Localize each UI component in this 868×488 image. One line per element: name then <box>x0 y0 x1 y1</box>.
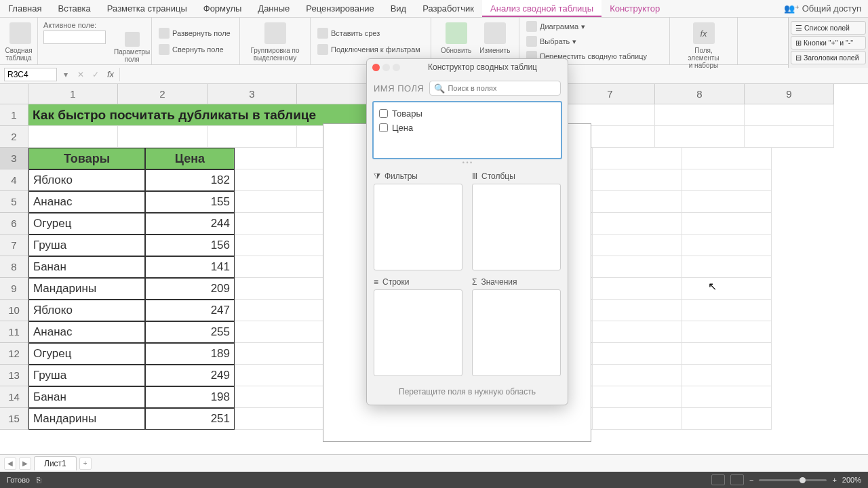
row-header[interactable]: 3 <box>0 148 28 169</box>
cell[interactable] <box>593 169 682 191</box>
cell[interactable] <box>593 300 682 321</box>
cell[interactable] <box>235 408 324 430</box>
cell[interactable] <box>235 321 324 343</box>
cell[interactable]: Банан <box>28 386 145 408</box>
cell[interactable]: 209 <box>145 278 235 300</box>
cell[interactable]: 198 <box>145 386 235 408</box>
view-normal[interactable] <box>711 474 725 485</box>
cell[interactable]: Груша <box>28 235 145 256</box>
col-header[interactable]: 3 <box>208 84 297 104</box>
cell[interactable] <box>235 213 324 235</box>
cell[interactable] <box>235 365 324 386</box>
row-header[interactable]: 1 <box>0 104 28 126</box>
tab-data[interactable]: Данные <box>250 0 298 17</box>
tab-review[interactable]: Рецензирование <box>298 0 382 17</box>
cell[interactable] <box>235 256 324 278</box>
sheet-tab[interactable]: Лист1 <box>34 456 77 470</box>
name-box[interactable] <box>4 68 57 81</box>
cell[interactable] <box>682 343 772 365</box>
cell[interactable] <box>745 126 834 148</box>
cell[interactable] <box>208 126 297 148</box>
filters-dropzone[interactable] <box>374 184 462 270</box>
group-button[interactable]: Группировка по выделенному <box>245 20 304 63</box>
tab-formulas[interactable]: Формулы <box>195 0 250 17</box>
col-header[interactable]: 9 <box>745 84 834 104</box>
field-list-button[interactable]: ☰Список полей <box>791 21 866 35</box>
cell[interactable]: Яблоко <box>28 169 145 191</box>
cell[interactable] <box>593 343 682 365</box>
cell[interactable]: Ананас <box>28 321 145 343</box>
expand-field-button[interactable]: Развернуть поле <box>157 26 234 40</box>
columns-dropzone[interactable] <box>472 184 561 270</box>
row-header[interactable]: 12 <box>0 343 28 365</box>
zoom-in[interactable]: + <box>832 476 836 484</box>
filter-connections-button[interactable]: Подключения к фильтрам <box>316 43 425 56</box>
field-item[interactable]: Товары <box>379 106 555 121</box>
row-header[interactable]: 9 <box>0 278 28 300</box>
cell[interactable] <box>235 148 324 169</box>
row-header[interactable]: 2 <box>0 126 28 148</box>
cell[interactable]: 155 <box>145 191 235 213</box>
cell[interactable]: 189 <box>145 343 235 365</box>
plus-minus-button[interactable]: ⊞Кнопки "+" и "-" <box>791 36 866 49</box>
refresh-button[interactable]: Обновить <box>437 20 475 63</box>
cell[interactable]: Мандарины <box>28 278 145 300</box>
row-header[interactable]: 10 <box>0 300 28 321</box>
col-header[interactable]: 8 <box>655 84 745 104</box>
row-header[interactable]: 11 <box>0 321 28 343</box>
view-layout[interactable] <box>730 474 744 485</box>
field-params-button[interactable]: Параметры поля <box>110 30 154 64</box>
cell[interactable]: 251 <box>145 408 235 430</box>
cell[interactable] <box>235 343 324 365</box>
cancel-formula[interactable]: ✕ <box>75 68 87 81</box>
row-header[interactable]: 15 <box>0 408 28 430</box>
row-header[interactable]: 4 <box>0 169 28 191</box>
tab-constructor[interactable]: Конструктор <box>601 0 668 17</box>
cell[interactable] <box>682 169 772 191</box>
cell[interactable] <box>235 386 324 408</box>
field-item[interactable]: Цена <box>379 121 555 135</box>
next-sheet-button[interactable]: ▶ <box>19 458 31 470</box>
cell[interactable]: Мандарины <box>28 408 145 430</box>
cell[interactable] <box>593 191 682 213</box>
tab-pivot-analyze[interactable]: Анализ сводной таблицы <box>482 0 601 17</box>
cell[interactable] <box>655 104 745 126</box>
row-header[interactable]: 13 <box>0 365 28 386</box>
row-header[interactable]: 6 <box>0 213 28 235</box>
cell[interactable] <box>593 148 682 169</box>
cell[interactable]: 141 <box>145 256 235 278</box>
cell[interactable] <box>682 213 772 235</box>
resize-handle[interactable]: • • • <box>367 159 568 166</box>
cell[interactable] <box>593 235 682 256</box>
col-header[interactable]: 1 <box>28 84 118 104</box>
cell[interactable] <box>682 408 772 430</box>
select-button[interactable]: Выбрать▾ <box>525 35 664 48</box>
field-search-input[interactable] <box>448 84 556 92</box>
zoom-slider[interactable] <box>759 479 827 481</box>
active-field-input[interactable] <box>43 30 106 44</box>
share-button[interactable]: 👥⁺ Общий доступ <box>777 0 868 17</box>
tab-view[interactable]: Вид <box>382 0 415 17</box>
zoom-level[interactable]: 200% <box>842 476 861 484</box>
cell[interactable] <box>682 386 772 408</box>
collapse-field-button[interactable]: Свернуть поле <box>157 43 234 56</box>
pivot-builder-panel[interactable]: Конструктор сводных таблиц ИМЯ ПОЛЯ 🔍 То… <box>366 58 568 405</box>
cell[interactable] <box>682 256 772 278</box>
chart-button[interactable]: Диаграмма▾ <box>525 20 664 33</box>
cell[interactable] <box>593 213 682 235</box>
fields-items-button[interactable]: fx Поля, элементы и наборы <box>675 20 732 70</box>
field-list[interactable]: Товары Цена <box>372 101 562 159</box>
change-source-button[interactable]: Изменить <box>475 20 514 63</box>
cell[interactable] <box>593 321 682 343</box>
cell[interactable] <box>235 235 324 256</box>
field-headers-button[interactable]: ⊟Заголовки полей <box>791 51 866 64</box>
cell[interactable]: Огурец <box>28 343 145 365</box>
select-all-corner[interactable] <box>0 84 28 104</box>
pivot-table-button[interactable]: Сводная таблица <box>5 20 32 63</box>
close-icon[interactable] <box>372 64 380 71</box>
cell[interactable] <box>682 148 772 169</box>
cell[interactable] <box>593 365 682 386</box>
row-header[interactable]: 8 <box>0 256 28 278</box>
row-header[interactable]: 7 <box>0 235 28 256</box>
cell[interactable] <box>593 408 682 430</box>
